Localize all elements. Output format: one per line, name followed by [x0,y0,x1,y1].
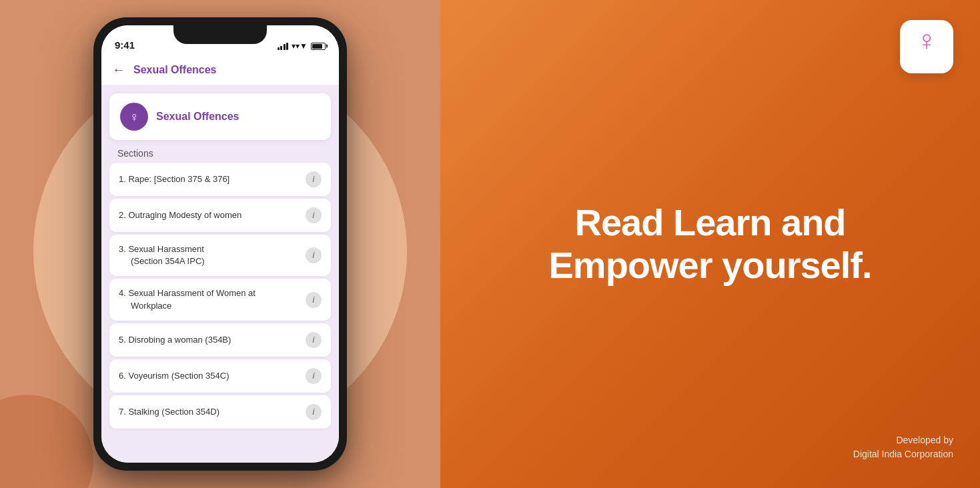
screen-content: ♀ Sexual Offences Sections 1. Rape: [Sec… [101,85,339,463]
hero-line1: Read Learn and [574,201,845,243]
section-item-6[interactable]: 6. Voyeurism (Section 354C) i [109,359,331,393]
section-item-text-2: 2. Outraging Modesty of women [119,209,300,221]
status-icons: ▾▾▼ [278,41,326,51]
info-icon-2[interactable]: i [306,207,322,223]
nav-title: Sexual Offences [133,64,217,76]
section-item-4[interactable]: 4. Sexual Harassment of Women at Workpla… [109,279,331,320]
hero-line2: Empower yourself. [548,244,871,286]
section-list: 1. Rape: [Section 375 & 376] i 2. Outrag… [101,163,339,429]
section-item-text-1: 1. Rape: [Section 375 & 376] [119,173,300,185]
header-card-title: Sexual Offences [156,111,239,123]
wifi-icon: ▾▾▼ [292,41,308,51]
section-item-text-6: 6. Voyeurism (Section 354C) [119,370,300,382]
header-card-icon: ♀ [120,103,148,131]
info-icon-5[interactable]: i [306,332,322,348]
phone-notch [173,25,267,44]
developer-credit: Developed by Digital India Corporation [853,433,953,461]
battery-icon [311,43,326,50]
developer-line1: Developed by [853,433,953,447]
info-icon-1[interactable]: i [306,171,322,187]
phone-mockup: 9:41 ▾▾▼ ← Sexual Offences [93,17,347,471]
section-item-1[interactable]: 1. Rape: [Section 375 & 376] i [109,163,331,196]
section-item-2[interactable]: 2. Outraging Modesty of women i [109,199,331,232]
sections-label: Sections [101,140,339,163]
app-icon-inner: ♀ [907,27,947,67]
app-icon: ♀ [900,20,953,73]
info-icon-4[interactable]: i [306,292,322,308]
header-card: ♀ Sexual Offences [109,93,331,140]
nav-bar: ← Sexual Offences [101,55,339,85]
gender-icon: ♀ [129,109,139,125]
phone-screen: 9:41 ▾▾▼ ← Sexual Offences [101,25,339,463]
section-item-text-7: 7. Stalking (Section 354D) [119,406,300,418]
female-symbol-icon: ♀ [907,27,947,55]
right-panel: ♀ Read Learn and Empower yourself. Devel… [440,0,980,488]
section-item-text-3: 3. Sexual Harassment (Section 354A IPC) [119,243,300,267]
info-icon-6[interactable]: i [306,368,322,384]
phone-body: 9:41 ▾▾▼ ← Sexual Offences [93,17,347,471]
signal-icon [278,43,289,50]
section-item-7[interactable]: 7. Stalking (Section 354D) i [109,395,331,429]
hero-text: Read Learn and Empower yourself. [548,201,871,287]
info-icon-7[interactable]: i [306,404,322,420]
section-item-5[interactable]: 5. Disrobing a woman (354B) i [109,323,331,357]
info-icon-3[interactable]: i [306,247,322,263]
section-item-text-4: 4. Sexual Harassment of Women at Workpla… [119,287,300,311]
left-panel: 9:41 ▾▾▼ ← Sexual Offences [0,0,440,488]
back-arrow-icon[interactable]: ← [112,62,125,77]
developer-line2: Digital India Corporation [853,447,953,461]
circle-decoration-small [0,395,93,488]
section-item-3[interactable]: 3. Sexual Harassment (Section 354A IPC) … [109,235,331,276]
status-time: 9:41 [115,39,135,51]
hero-heading: Read Learn and Empower yourself. [548,201,871,287]
section-item-text-5: 5. Disrobing a woman (354B) [119,334,300,346]
